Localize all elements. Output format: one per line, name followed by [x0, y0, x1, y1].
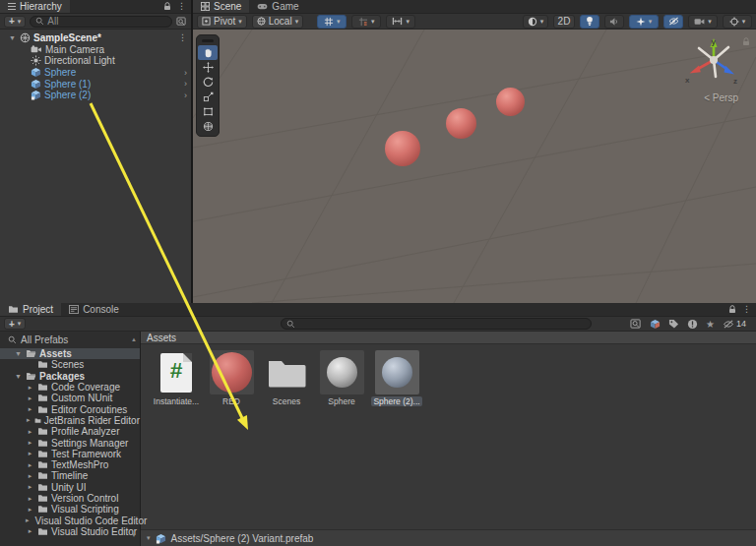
folder-row-scenes[interactable]: Scenes	[0, 359, 140, 370]
favorite-all-prefabs[interactable]: All Prefabs	[0, 332, 140, 348]
rect-icon	[203, 106, 214, 117]
asset-instantiate-script[interactable]: # Instantiate...	[153, 350, 200, 406]
asset-red-material[interactable]: RED	[208, 350, 255, 406]
hand-icon	[203, 47, 214, 58]
foldout-open-icon[interactable]: ▼	[8, 34, 17, 41]
perspective-label[interactable]: < Persp	[704, 92, 738, 103]
assets-breadcrumb: Assets	[141, 332, 756, 344]
scene-visibility-toggle[interactable]	[663, 15, 683, 29]
grid-snap-icon	[324, 17, 334, 27]
hierarchy-item-sphere-2[interactable]: Sphere (2) ›	[0, 90, 191, 101]
hierarchy-item-sphere-1[interactable]: Sphere (1) ›	[0, 78, 191, 90]
hierarchy-search-input[interactable]: All	[30, 16, 172, 28]
audio-toggle[interactable]	[604, 15, 624, 29]
hidden-count-indicator[interactable]: 14	[723, 319, 746, 329]
tab-hierarchy[interactable]: Hierarchy	[0, 0, 70, 13]
gizmo-lock-icon[interactable]	[742, 37, 750, 46]
gamepad-icon	[257, 3, 268, 10]
project-search-input[interactable]	[281, 318, 592, 330]
package-folder-row[interactable]: ▸Custom NUnit	[0, 393, 140, 403]
package-folder-row[interactable]: ▸Editor Coroutines	[0, 403, 140, 414]
scroll-up-arrow[interactable]: ▲	[131, 336, 137, 342]
package-folder-row[interactable]: ▸Unity UI	[0, 482, 140, 493]
effects-dropdown[interactable]: ▾	[629, 15, 659, 29]
rect-tool-button[interactable]	[198, 104, 218, 119]
save-search-star-icon[interactable]: ★	[706, 319, 715, 330]
folder-icon	[37, 494, 48, 503]
asset-scenes-folder[interactable]: Scenes	[263, 350, 310, 406]
package-folder-row[interactable]: ▸Visual Studio Editor	[0, 526, 140, 537]
orientation-gizmo[interactable]: y x z	[681, 35, 746, 92]
package-folder-row[interactable]: ▸Timeline	[0, 470, 140, 481]
search-by-type-icon[interactable]	[687, 319, 698, 330]
prefab-open-chevron[interactable]: ›	[184, 79, 187, 89]
scene-picker-icon[interactable]	[176, 17, 187, 27]
hierarchy-scene-row[interactable]: ▼ SampleScene* ⋮	[0, 32, 191, 44]
scene-sphere-2[interactable]	[446, 108, 476, 139]
scale-tool-button[interactable]	[198, 90, 218, 104]
tab-project[interactable]: Project	[0, 303, 61, 316]
lock-icon[interactable]	[163, 2, 171, 11]
package-folder-row[interactable]: ▸Version Control	[0, 493, 140, 504]
asset-sphere-prefab[interactable]: Sphere	[318, 350, 365, 406]
tab-console[interactable]: Console	[61, 303, 127, 316]
grid-snapping-toggle[interactable]: ▾	[317, 15, 346, 29]
tab-scene[interactable]: Scene	[193, 0, 249, 13]
package-folder-row[interactable]: ▸Code Coverage	[0, 382, 140, 393]
asset-sphere-2-variant-prefab[interactable]: Sphere (2)...	[373, 350, 420, 406]
project-assets-area: Assets # Instantiate... RED Sce	[141, 332, 756, 546]
axis-x-cone	[690, 66, 701, 74]
snap-settings-dropdown[interactable]: ▾	[386, 15, 415, 29]
statusbar-chevron-icon[interactable]: ▾	[147, 534, 151, 542]
package-folder-row[interactable]: ▸JetBrains Rider Editor	[0, 415, 140, 426]
hand-tool-button[interactable]	[198, 45, 218, 60]
package-folder-row[interactable]: ▸Profile Analyzer	[0, 426, 140, 437]
scene-sphere-3[interactable]	[496, 88, 525, 116]
asset-path-statusbar: ▾ Assets/Sphere (2) Variant.prefab	[141, 529, 756, 546]
console-icon	[69, 305, 79, 314]
draw-mode-dropdown[interactable]: ▾	[523, 15, 548, 29]
transform-tool-button[interactable]	[198, 119, 218, 134]
scene-sphere-1[interactable]	[385, 131, 420, 166]
lighting-toggle[interactable]	[580, 15, 599, 29]
prefab-open-chevron[interactable]: ›	[184, 68, 187, 78]
rotate-tool-button[interactable]	[198, 75, 218, 90]
search-in-assets-icon[interactable]	[630, 319, 642, 330]
package-folder-row[interactable]: ▸Visual Scripting	[0, 504, 140, 515]
overlay-drag-handle[interactable]	[202, 39, 214, 42]
package-folder-row[interactable]: ▸TextMeshPro	[0, 459, 140, 470]
pivot-dropdown[interactable]: Pivot ▾	[197, 15, 247, 29]
increment-snap-icon	[358, 17, 368, 27]
hierarchy-item-directional-light[interactable]: Directional Light	[0, 55, 191, 67]
hierarchy-item-sphere[interactable]: Sphere ›	[0, 67, 191, 79]
package-folder-row[interactable]: ▸Test Framework	[0, 449, 140, 459]
folder-icon	[37, 405, 48, 414]
package-folder-row[interactable]: ▸Visual Studio Code Editor	[0, 515, 140, 525]
tab-game[interactable]: Game	[249, 0, 306, 13]
local-dropdown[interactable]: Local ▾	[252, 15, 303, 29]
create-asset-button[interactable]: +▾	[4, 318, 26, 330]
hierarchy-item-main-camera[interactable]: Main Camera	[0, 44, 191, 56]
kebab-menu-icon[interactable]: ⋮	[742, 305, 751, 314]
increment-snap-dropdown[interactable]: ▾	[351, 15, 381, 29]
camera-overlay-dropdown[interactable]: ▾	[688, 15, 718, 29]
folder-icon	[37, 460, 48, 469]
csharp-script-icon: #	[160, 353, 192, 393]
search-by-label-icon[interactable]	[668, 319, 679, 329]
folder-row-assets[interactable]: ▼ Assets	[0, 348, 140, 359]
light-icon	[31, 55, 41, 66]
scene-viewport[interactable]: y x z < Persp	[193, 30, 756, 303]
folder-row-packages[interactable]: ▼ Packages	[0, 371, 140, 382]
scroll-down-arrow[interactable]: ▼	[131, 532, 137, 538]
lock-icon[interactable]	[728, 305, 736, 314]
gizmos-dropdown[interactable]: ▾	[723, 15, 752, 29]
add-gameobject-button[interactable]: +▾	[4, 16, 26, 28]
prefab-open-chevron[interactable]: ›	[184, 91, 187, 100]
scene-kebab-icon[interactable]: ⋮	[178, 33, 187, 42]
red-material-sphere-icon	[212, 352, 252, 393]
search-packages-icon[interactable]	[650, 319, 661, 330]
package-folder-row[interactable]: ▸Settings Manager	[0, 437, 140, 448]
kebab-menu-icon[interactable]: ⋮	[177, 2, 186, 11]
2d-toggle[interactable]: 2D	[553, 15, 575, 29]
move-tool-button[interactable]	[198, 60, 218, 75]
